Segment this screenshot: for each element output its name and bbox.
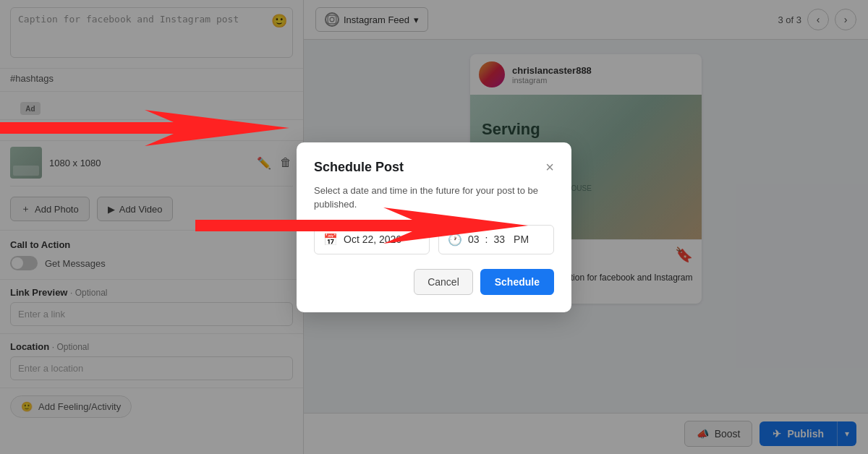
time-minutes: 33 [493,234,505,245]
calendar-icon: 📅 [323,233,338,247]
modal-footer: Cancel Schedule [314,269,554,295]
date-picker[interactable]: 📅 Oct 22, 2020 [314,225,430,254]
date-value: Oct 22, 2020 [344,234,401,245]
schedule-post-modal: Schedule Post × Select a date and time i… [297,142,571,312]
cancel-button[interactable]: Cancel [414,269,473,295]
time-separator: : [485,234,488,245]
clock-icon: 🕐 [448,233,462,247]
schedule-button[interactable]: Schedule [480,269,554,295]
modal-title: Schedule Post [314,160,404,175]
modal-description: Select a date and time in the future for… [314,184,554,212]
modal-close-button[interactable]: × [545,160,554,174]
time-picker[interactable]: 🕐 03 : 33 PM [438,225,554,254]
time-period: PM [514,234,529,245]
modal-header: Schedule Post × [314,160,554,175]
modal-overlay[interactable]: Schedule Post × Select a date and time i… [0,0,868,454]
modal-fields: 📅 Oct 22, 2020 🕐 03 : 33 PM [314,225,554,254]
time-hours: 03 [468,234,480,245]
